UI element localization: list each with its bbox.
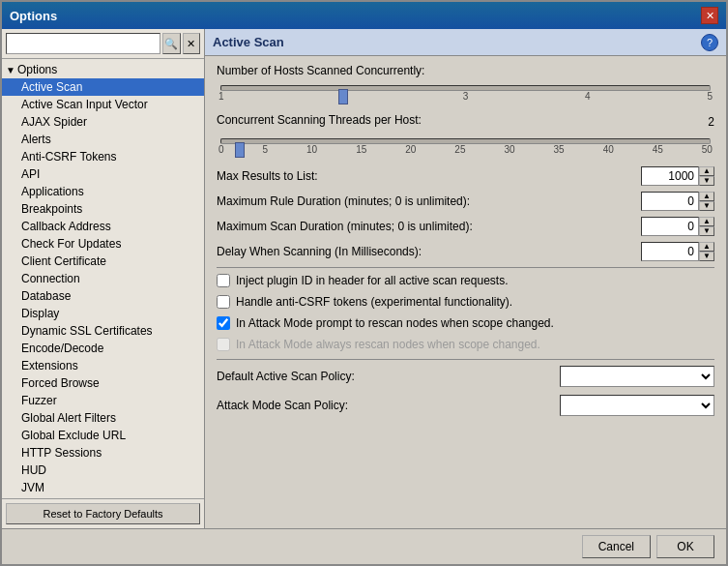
sidebar-item-extensions[interactable]: Extensions [2,357,204,374]
attack-mode-policy-row: Attack Mode Scan Policy: [217,395,714,416]
sidebar-bottom: Reset to Factory Defaults [2,498,204,528]
max-rule-duration-down[interactable]: ▼ [699,201,714,211]
options-dialog: Options ✕ 🔍 ✕ ▼ Options Active Scan Acti… [0,0,728,566]
sidebar-item-alerts[interactable]: Alerts [2,131,204,148]
sidebar-item-active-scan[interactable]: Active Scan [2,78,204,96]
max-scan-duration-label: Maximum Scan Duration (minutes; 0 is unl… [217,220,641,233]
sidebar-item-global-exclude[interactable]: Global Exclude URL [2,427,204,444]
max-results-input[interactable] [641,166,699,186]
max-scan-duration-down[interactable]: ▼ [699,226,714,236]
sidebar-item-database[interactable]: Database [2,287,204,305]
attack-mode-policy-select[interactable] [560,395,714,416]
attack-mode-prompt-label: In Attack Mode prompt to rescan nodes wh… [236,316,554,330]
sidebar-item-check-updates[interactable]: Check For Updates [2,235,204,253]
default-policy-select[interactable] [560,366,714,387]
delay-btns: ▲ ▼ [699,242,714,261]
delay-up[interactable]: ▲ [699,242,714,252]
ok-button[interactable]: OK [656,535,714,558]
dialog-body: 🔍 ✕ ▼ Options Active Scan Active Scan In… [2,29,726,528]
hosts-slider-thumb[interactable] [338,89,348,104]
attack-mode-policy-label: Attack Mode Scan Policy: [217,399,560,412]
max-results-spinner-btns: ▲ ▼ [699,166,714,186]
panel-content: Number of Hosts Scanned Concurrently: 1 … [205,56,726,528]
handle-csrf-label: Handle anti-CSRF tokens (experimental fu… [236,295,512,309]
tree-toggle-icon: ▼ [6,65,15,75]
sidebar-item-callback[interactable]: Callback Address [2,218,204,235]
delay-label: Delay When Scanning (In Milliseconds): [217,245,641,258]
attack-mode-always-label: In Attack Mode always rescan nodes when … [236,338,540,351]
search-bar: 🔍 ✕ [2,29,204,59]
attack-mode-prompt-row: In Attack Mode prompt to rescan nodes wh… [217,316,714,330]
sidebar-item-http-sessions[interactable]: HTTP Sessions [2,444,204,462]
attack-mode-always-checkbox[interactable] [217,338,230,351]
max-scan-duration-row: Maximum Scan Duration (minutes; 0 is unl… [217,217,714,236]
sidebar-item-encode-decode[interactable]: Encode/Decode [2,340,204,357]
max-rule-duration-spinner: ▲ ▼ [641,192,714,211]
max-rule-duration-row: Maximum Rule Duration (minutes; 0 is unl… [217,192,714,211]
sidebar-item-applications[interactable]: Applications [2,183,204,200]
dialog-title: Options [10,9,57,23]
help-button[interactable]: ? [701,34,718,51]
threads-value: 2 [708,115,714,129]
inject-plugin-checkbox[interactable] [217,274,230,287]
sidebar-item-dynamic-ssl[interactable]: Dynamic SSL Certificates [2,322,204,340]
hosts-slider-container: Number of Hosts Scanned Concurrently: 1 … [217,64,714,102]
reset-button[interactable]: Reset to Factory Defaults [6,503,200,524]
sidebar-item-forced-browse[interactable]: Forced Browse [2,374,204,392]
max-results-up[interactable]: ▲ [699,166,714,176]
clear-search-button[interactable]: ✕ [183,33,201,54]
delay-down[interactable]: ▼ [699,252,714,261]
cancel-button[interactable]: Cancel [582,535,651,558]
max-scan-duration-input[interactable] [641,217,699,236]
sidebar-item-jvm[interactable]: JVM [2,479,204,496]
close-button[interactable]: ✕ [701,7,718,24]
tree-area: ▼ Options Active Scan Active Scan Input … [2,59,204,498]
sidebar-item-ajax-spider[interactable]: AJAX Spider [2,113,204,131]
max-scan-duration-btns: ▲ ▼ [699,217,714,236]
handle-csrf-checkbox[interactable] [217,295,230,309]
threads-label-row: Concurrent Scanning Threads per Host: 2 [217,113,714,131]
max-rule-duration-btns: ▲ ▼ [699,192,714,211]
sidebar-item-global-alert[interactable]: Global Alert Filters [2,409,204,427]
max-scan-duration-up[interactable]: ▲ [699,217,714,226]
handle-csrf-row: Handle anti-CSRF tokens (experimental fu… [217,295,714,309]
sidebar-item-client-cert[interactable]: Client Certificate [2,253,204,270]
sidebar: 🔍 ✕ ▼ Options Active Scan Active Scan In… [2,29,205,528]
sidebar-item-hud[interactable]: HUD [2,462,204,479]
threads-slider-thumb[interactable] [235,142,245,158]
attack-mode-prompt-checkbox[interactable] [217,316,230,330]
max-results-label: Max Results to List: [217,169,641,183]
panel-header: Active Scan ? [205,29,726,56]
attack-mode-always-row: In Attack Mode always rescan nodes when … [217,338,714,351]
panel-title: Active Scan [213,35,284,49]
max-scan-duration-spinner: ▲ ▼ [641,217,714,236]
sidebar-item-fuzzer[interactable]: Fuzzer [2,392,204,409]
max-results-down[interactable]: ▼ [699,176,714,186]
dialog-footer: Cancel OK [2,528,726,564]
default-policy-label: Default Active Scan Policy: [217,370,560,383]
sidebar-item-active-scan-input[interactable]: Active Scan Input Vector [2,96,204,113]
max-results-spinner: ▲ ▼ [641,166,714,186]
inject-plugin-label: Inject plugin ID in header for all activ… [236,274,508,287]
max-rule-duration-input[interactable] [641,192,699,211]
hosts-slider-labels: 1 2 3 4 5 [217,91,714,102]
max-rule-duration-label: Maximum Rule Duration (minutes; 0 is unl… [217,194,641,208]
tree-root-label: Options [17,63,57,76]
tree-root-options[interactable]: ▼ Options [2,61,204,78]
threads-slider-labels: 0 5 10 15 20 25 30 35 40 45 50 [217,144,714,155]
sidebar-item-connection[interactable]: Connection [2,270,204,287]
delay-spinner: ▲ ▼ [641,242,714,261]
main-panel: Active Scan ? Number of Hosts Scanned Co… [205,29,726,528]
delay-input[interactable] [641,242,699,261]
hosts-label: Number of Hosts Scanned Concurrently: [217,64,714,77]
sidebar-item-breakpoints[interactable]: Breakpoints [2,200,204,218]
search-button[interactable]: 🔍 [162,33,181,54]
divider2 [217,359,714,360]
search-input[interactable] [6,33,160,54]
max-rule-duration-up[interactable]: ▲ [699,192,714,201]
divider1 [217,267,714,268]
sidebar-item-api[interactable]: API [2,165,204,183]
sidebar-item-display[interactable]: Display [2,305,204,322]
title-bar: Options ✕ [2,2,726,29]
sidebar-item-anti-csrf[interactable]: Anti-CSRF Tokens [2,148,204,165]
